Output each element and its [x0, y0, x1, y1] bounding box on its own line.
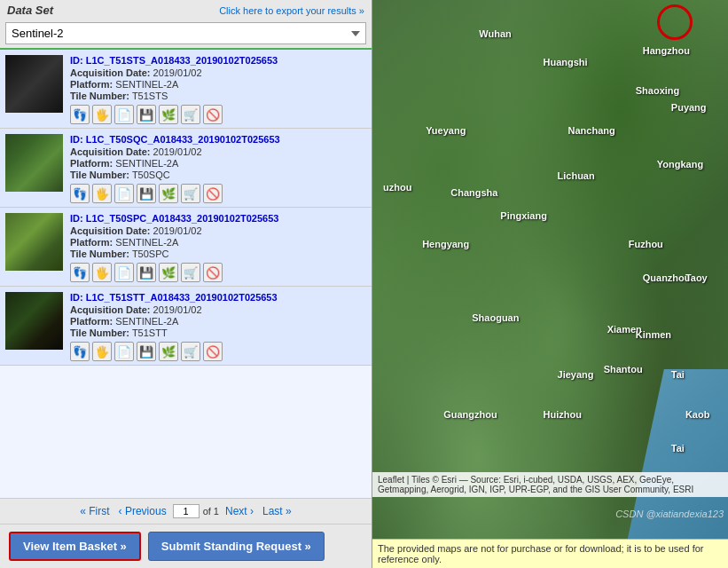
result-acq-date: Acquisition Date: 2019/01/02	[70, 67, 366, 78]
map-attribution: Leaflet | Tiles © Esri — Source: Esri, i…	[372, 472, 728, 497]
results-list: ID: L1C_T51STS_A018433_20190102T025653 A…	[0, 48, 372, 498]
result-platform: Platform: SENTINEL-2A	[70, 158, 366, 169]
action-btn-6[interactable]: 🚫	[203, 184, 223, 203]
action-btn-1[interactable]: 🖐	[92, 105, 112, 124]
action-btn-2[interactable]: 📄	[114, 263, 134, 282]
result-info: ID: L1C_T51STT_A018433_20190102T025653 A…	[70, 292, 366, 361]
result-acq-date: Acquisition Date: 2019/01/02	[70, 146, 366, 157]
left-panel: Data Set Click here to export your resul…	[0, 0, 372, 568]
action-btn-3[interactable]: 💾	[137, 105, 156, 124]
action-btn-6[interactable]: 🚫	[203, 105, 223, 124]
action-btn-0[interactable]: 👣	[70, 105, 90, 124]
result-tile: Tile Number: T50SPC	[70, 248, 366, 259]
previous-link[interactable]: ‹ Previous	[116, 504, 169, 518]
last-link[interactable]: Last »	[260, 504, 294, 518]
result-info: ID: L1C_T50SPC_A018433_20190102T025653 A…	[70, 213, 366, 282]
result-info: ID: L1C_T50SQC_A018433_20190102T025653 A…	[70, 134, 366, 203]
dataset-select[interactable]: Sentinel-2Landsat-8MODIS	[5, 22, 366, 44]
submit-request-button[interactable]: Submit Standing Request »	[148, 532, 325, 561]
result-id: ID: L1C_T51STS_A018433_20190102T025653	[70, 55, 366, 66]
table-row: ID: L1C_T50SQC_A018433_20190102T025653 A…	[0, 129, 372, 208]
action-btn-1[interactable]: 🖐	[92, 342, 112, 361]
next-link[interactable]: Next ›	[223, 504, 256, 518]
result-actions: 👣🖐📄💾🌿🛒🚫	[70, 184, 366, 203]
watermark: CSDN @xiatiandexia123	[615, 509, 724, 519]
action-btn-5[interactable]: 🛒	[181, 263, 200, 282]
result-tile: Tile Number: T51STS	[70, 91, 366, 101]
app-container: Data Set Click here to export your resul…	[0, 0, 728, 568]
result-actions: 👣🖐📄💾🌿🛒🚫	[70, 263, 366, 282]
action-btn-2[interactable]: 📄	[114, 342, 134, 361]
red-circle-marker	[657, 4, 693, 40]
result-thumbnail	[5, 213, 63, 271]
result-id: ID: L1C_T51STT_A018433_20190102T025653	[70, 292, 366, 303]
action-btn-3[interactable]: 💾	[137, 184, 156, 203]
action-btn-5[interactable]: 🛒	[181, 105, 200, 124]
dataset-title: Data Set	[7, 4, 53, 17]
action-btn-4[interactable]: 🌿	[159, 105, 178, 124]
result-info: ID: L1C_T51STS_A018433_20190102T025653 A…	[70, 55, 366, 124]
action-btn-1[interactable]: 🖐	[92, 184, 112, 203]
export-link[interactable]: Click here to export your results »	[219, 5, 364, 16]
action-btn-1[interactable]: 🖐	[92, 263, 112, 282]
page-separator: of 1	[203, 506, 219, 517]
result-tile: Tile Number: T50SQC	[70, 170, 366, 180]
result-platform: Platform: SENTINEL-2A	[70, 79, 366, 90]
result-platform: Platform: SENTINEL-2A	[70, 237, 366, 248]
action-btn-0[interactable]: 👣	[70, 184, 90, 203]
action-btn-5[interactable]: 🛒	[181, 184, 200, 203]
first-link[interactable]: « First	[77, 504, 112, 518]
result-acq-date: Acquisition Date: 2019/01/02	[70, 304, 366, 315]
result-actions: 👣🖐📄💾🌿🛒🚫	[70, 105, 366, 124]
result-acq-date: Acquisition Date: 2019/01/02	[70, 225, 366, 236]
bottom-buttons: View Item Basket » Submit Standing Reque…	[0, 524, 372, 568]
map-notice: The provided maps are not for purchase o…	[372, 539, 728, 568]
action-btn-4[interactable]: 🌿	[159, 263, 178, 282]
result-platform: Platform: SENTINEL-2A	[70, 316, 366, 327]
result-thumbnail	[5, 292, 63, 350]
map-area[interactable]: WuhanHuangshiHangzhouShaoxingPuyangYueya…	[372, 0, 728, 568]
dataset-select-row: Sentinel-2Landsat-8MODIS	[0, 20, 372, 48]
action-btn-0[interactable]: 👣	[70, 263, 90, 282]
pagination-bar: « First ‹ Previous of 1 Next › Last »	[0, 498, 372, 524]
action-btn-3[interactable]: 💾	[137, 263, 156, 282]
result-thumbnail	[5, 134, 63, 192]
action-btn-6[interactable]: 🚫	[203, 263, 223, 282]
action-btn-3[interactable]: 💾	[137, 342, 156, 361]
view-basket-button[interactable]: View Item Basket »	[9, 532, 141, 561]
table-row: ID: L1C_T51STS_A018433_20190102T025653 A…	[0, 50, 372, 129]
action-btn-4[interactable]: 🌿	[159, 184, 178, 203]
right-panel: WuhanHuangshiHangzhouShaoxingPuyangYueya…	[372, 0, 728, 568]
result-id: ID: L1C_T50SQC_A018433_20190102T025653	[70, 134, 366, 145]
action-btn-4[interactable]: 🌿	[159, 342, 178, 361]
action-btn-0[interactable]: 👣	[70, 342, 90, 361]
action-btn-6[interactable]: 🚫	[203, 342, 223, 361]
result-id: ID: L1C_T50SPC_A018433_20190102T025653	[70, 213, 366, 224]
action-btn-2[interactable]: 📄	[114, 105, 134, 124]
result-tile: Tile Number: T51STT	[70, 327, 366, 338]
action-btn-2[interactable]: 📄	[114, 184, 134, 203]
action-btn-5[interactable]: 🛒	[181, 342, 200, 361]
page-input[interactable]	[173, 504, 200, 518]
table-row: ID: L1C_T50SPC_A018433_20190102T025653 A…	[0, 208, 372, 287]
result-actions: 👣🖐📄💾🌿🛒🚫	[70, 342, 366, 361]
result-thumbnail	[5, 55, 63, 113]
table-row: ID: L1C_T51STT_A018433_20190102T025653 A…	[0, 287, 372, 366]
dataset-header: Data Set Click here to export your resul…	[0, 0, 372, 20]
